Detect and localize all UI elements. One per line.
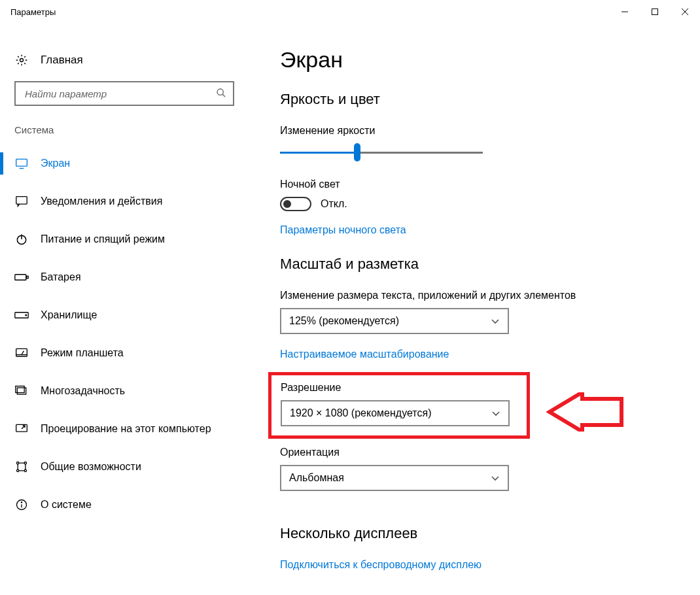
svg-point-5 (217, 89, 223, 95)
sidebar-item-tablet[interactable]: Режим планшета (0, 334, 249, 372)
brightness-label: Изменение яркости (280, 125, 687, 137)
sidebar-item-shared[interactable]: Общие возможности (0, 448, 249, 486)
window-controls (610, 0, 700, 24)
night-light-label: Ночной свет (280, 178, 687, 190)
svg-point-22 (24, 462, 26, 464)
search-icon (216, 88, 226, 100)
sidebar-section-label: Система (0, 124, 249, 135)
resolution-dropdown[interactable]: 1920 × 1080 (рекомендуется) (281, 400, 510, 426)
sidebar-item-label: Питание и спящий режим (41, 233, 165, 245)
resolution-label: Разрешение (281, 382, 517, 394)
multitask-icon (14, 385, 29, 397)
main-content: Экран Яркость и цвет Изменение яркости Н… (262, 24, 700, 571)
scale-heading: Масштаб и разметка (280, 256, 687, 273)
sidebar: Главная Система Экран Уведомления и дейс… (0, 24, 262, 571)
svg-rect-7 (16, 159, 27, 166)
titlebar: Параметры (0, 0, 700, 24)
maximize-icon (651, 8, 659, 16)
svg-rect-9 (16, 197, 27, 204)
svg-point-23 (17, 469, 19, 471)
svg-rect-12 (15, 275, 26, 280)
toggle-knob (283, 200, 291, 208)
wireless-display-link[interactable]: Подключиться к беспроводному дисплею (280, 559, 481, 570)
scale-dropdown[interactable]: 125% (рекомендуется) (280, 308, 509, 334)
gear-icon (14, 54, 29, 67)
sidebar-item-power[interactable]: Питание и спящий режим (0, 220, 249, 258)
maximize-button[interactable] (640, 0, 670, 24)
brightness-heading: Яркость и цвет (280, 91, 687, 108)
sidebar-item-battery[interactable]: Батарея (0, 258, 249, 296)
tablet-icon (14, 347, 29, 359)
storage-icon (14, 311, 29, 319)
slider-track-empty (357, 152, 483, 154)
resolution-value: 1920 × 1080 (рекомендуется) (290, 407, 431, 419)
sidebar-item-notifications[interactable]: Уведомления и действия (0, 182, 249, 220)
svg-point-4 (20, 59, 24, 62)
night-light-toggle[interactable] (280, 197, 311, 211)
slider-track-filled (280, 152, 357, 154)
sidebar-item-label: Хранилище (41, 309, 97, 321)
orientation-value: Альбомная (289, 472, 344, 484)
sidebar-item-about[interactable]: О системе (0, 486, 249, 524)
sidebar-item-label: Режим планшета (41, 347, 124, 359)
shared-icon (14, 460, 29, 473)
svg-point-24 (24, 469, 26, 471)
multidisplay-heading: Несколько дисплеев (280, 525, 687, 542)
svg-rect-16 (16, 348, 27, 356)
minimize-icon (621, 8, 629, 16)
svg-point-21 (17, 462, 19, 464)
page-title: Экран (280, 47, 687, 73)
sidebar-item-label: Батарея (41, 271, 81, 283)
sidebar-item-label: Уведомления и действия (41, 196, 162, 207)
night-light-settings-link[interactable]: Параметры ночного света (280, 224, 406, 235)
svg-point-27 (21, 502, 22, 503)
sidebar-item-label: Экран (41, 158, 70, 169)
brightness-slider[interactable] (280, 143, 483, 162)
scale-value: 125% (рекомендуется) (289, 315, 399, 327)
night-light-state: Откл. (321, 198, 347, 210)
home-label: Главная (41, 54, 83, 67)
home-button[interactable]: Главная (0, 47, 249, 73)
orientation-label: Ориентация (280, 447, 687, 458)
svg-point-15 (26, 314, 27, 316)
sidebar-item-label: О системе (41, 499, 92, 511)
orientation-dropdown[interactable]: Альбомная (280, 465, 509, 491)
battery-icon (14, 273, 29, 282)
close-button[interactable] (670, 0, 700, 24)
scale-label: Изменение размера текста, приложений и д… (280, 290, 687, 301)
svg-rect-13 (27, 276, 29, 278)
sidebar-item-display[interactable]: Экран (0, 144, 249, 182)
window-title: Параметры (10, 7, 610, 17)
svg-rect-1 (652, 9, 658, 15)
close-icon (681, 8, 689, 16)
sidebar-item-storage[interactable]: Хранилище (0, 296, 249, 334)
search-field[interactable] (24, 88, 216, 100)
svg-rect-20 (16, 424, 27, 432)
minimize-button[interactable] (610, 0, 640, 24)
notification-icon (14, 196, 29, 207)
sidebar-item-projecting[interactable]: Проецирование на этот компьютер (0, 410, 249, 448)
slider-thumb[interactable] (354, 143, 360, 162)
arrow-annotation (546, 392, 625, 434)
svg-line-6 (222, 94, 225, 97)
sidebar-item-label: Проецирование на этот компьютер (41, 423, 211, 435)
custom-scaling-link[interactable]: Настраиваемое масштабирование (280, 348, 449, 360)
chevron-down-icon (491, 407, 500, 419)
info-icon (14, 498, 29, 511)
sidebar-item-multitasking[interactable]: Многозадачность (0, 372, 249, 410)
sidebar-item-label: Общие возможности (41, 461, 141, 473)
resolution-highlight-box: Разрешение 1920 × 1080 (рекомендуется) (268, 372, 530, 439)
monitor-icon (14, 158, 29, 169)
project-icon (14, 423, 29, 435)
chevron-down-icon (491, 472, 500, 484)
power-icon (14, 233, 29, 246)
chevron-down-icon (491, 315, 500, 327)
search-input[interactable] (14, 81, 234, 106)
sidebar-item-label: Многозадачность (41, 385, 125, 397)
